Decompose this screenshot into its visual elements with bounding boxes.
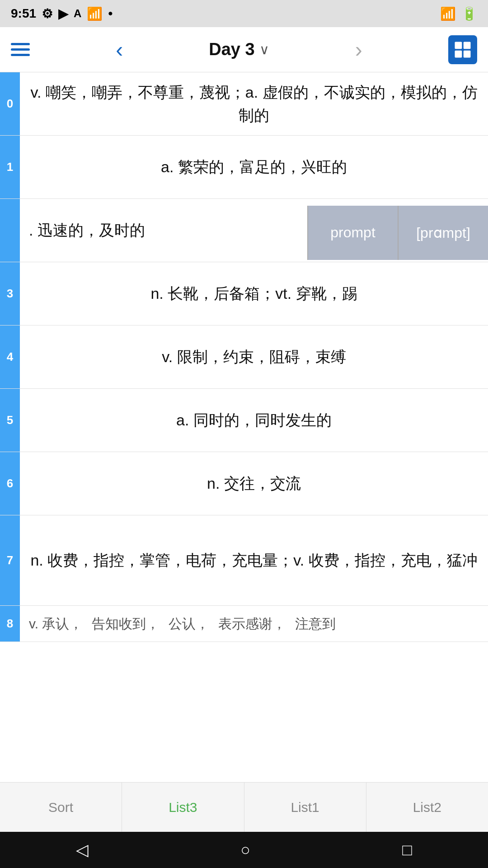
word-row[interactable]: 7 n. 收费，指控，掌管，电荷，充电量；v. 收费，指控，充电，猛冲 [0,515,488,606]
signal-icon: 📶 [440,6,456,21]
chevron-down-icon: ∨ [259,42,269,57]
menu-button[interactable] [11,43,30,56]
grid-view-button[interactable] [448,35,477,64]
font-icon: A [74,7,81,20]
svg-rect-3 [464,50,471,57]
tab-list1[interactable]: List1 [244,783,366,832]
word-definition-6: n. 交往，交流 [20,452,488,515]
nav-bar: ‹ Day 3 ∨ › [0,27,488,72]
popup-word[interactable]: prompt [307,206,398,260]
status-time: 9:51 [11,6,36,21]
android-back-button[interactable]: ◁ [76,840,89,859]
word-row[interactable]: 1 a. 繁荣的，富足的，兴旺的 [0,136,488,199]
popup-options: prompt [prɑmpt] [307,199,488,262]
word-index-3: 3 [0,262,20,325]
wifi-icon: 📶 [87,6,103,21]
android-home-button[interactable]: ○ [240,840,250,859]
word-definition-7: n. 收费，指控，掌管，电荷，充电量；v. 收费，指控，充电，猛冲 [20,515,488,605]
word-definition-1: a. 繁荣的，富足的，兴旺的 [20,136,488,198]
partial-text-3: 公认， [169,613,209,634]
forward-button[interactable]: › [351,37,367,62]
day-selector[interactable]: Day 3 ∨ [209,40,269,59]
svg-rect-1 [464,42,471,49]
partial-text-5: 注意到 [295,613,336,634]
tab-list2[interactable]: List2 [366,783,488,832]
status-right: 📶 🔋 [440,6,477,21]
dot-icon: • [108,6,113,21]
word-index-1: 1 [0,136,20,198]
word-row[interactable]: 6 n. 交往，交流 [0,452,488,515]
word-index-7: 7 [0,515,20,605]
word-definition-5: a. 同时的，同时发生的 [20,389,488,452]
status-bar: 9:51 ⚙ ▶ A 📶 • 📶 🔋 [0,0,488,27]
svg-rect-0 [455,42,462,49]
word-index-5: 5 [0,389,20,452]
word-index-2 [0,199,20,262]
settings-icon: ⚙ [42,6,53,21]
android-recent-button[interactable]: □ [402,840,412,859]
back-button[interactable]: ‹ [111,37,127,62]
partial-text-1: v. 承认， [29,613,83,634]
partial-text-4: 表示感谢， [218,613,286,634]
tab-sort[interactable]: Sort [0,783,122,832]
bottom-tab-bar: Sort List3 List1 List2 [0,782,488,832]
word-definition-0: v. 嘲笑，嘲弄，不尊重，蔑视；a. 虚假的，不诚实的，模拟的，仿制的 [20,72,488,135]
word-row-partial[interactable]: 8 v. 承认， 告知收到， 公认， 表示感谢， 注意到 [0,606,488,642]
play-icon: ▶ [58,6,68,21]
word-row[interactable]: 4 v. 限制，约束，阻碍，束缚 [0,326,488,389]
word-definition-8: v. 承认， 告知收到， 公认， 表示感谢， 注意到 [20,606,488,642]
battery-icon: 🔋 [461,6,477,21]
word-list: 0 v. 嘲笑，嘲弄，不尊重，蔑视；a. 虚假的，不诚实的，模拟的，仿制的 1 … [0,72,488,642]
word-definition-4: v. 限制，约束，阻碍，束缚 [20,326,488,388]
word-row[interactable]: 0 v. 嘲笑，嘲弄，不尊重，蔑视；a. 虚假的，不诚实的，模拟的，仿制的 [0,72,488,136]
android-nav-bar: ◁ ○ □ [0,832,488,868]
tab-list3[interactable]: List3 [122,783,244,832]
word-index-6: 6 [0,452,20,515]
word-index-0: 0 [0,72,20,135]
popup-content-area: . 迅速的，及时的 prompt [prɑmpt] [20,199,488,262]
word-definition-3: n. 长靴，后备箱；vt. 穿靴，踢 [20,262,488,325]
word-index-4: 4 [0,326,20,388]
partial-text-2: 告知收到， [92,613,160,634]
word-row-popup[interactable]: . 迅速的，及时的 prompt [prɑmpt] [0,199,488,262]
word-row[interactable]: 3 n. 长靴，后备箱；vt. 穿靴，踢 [0,262,488,326]
word-row[interactable]: 5 a. 同时的，同时发生的 [0,389,488,452]
svg-rect-2 [455,50,462,57]
nav-title: Day 3 [209,40,254,59]
word-index-8: 8 [0,606,20,642]
popup-phonetic[interactable]: [prɑmpt] [398,206,488,260]
